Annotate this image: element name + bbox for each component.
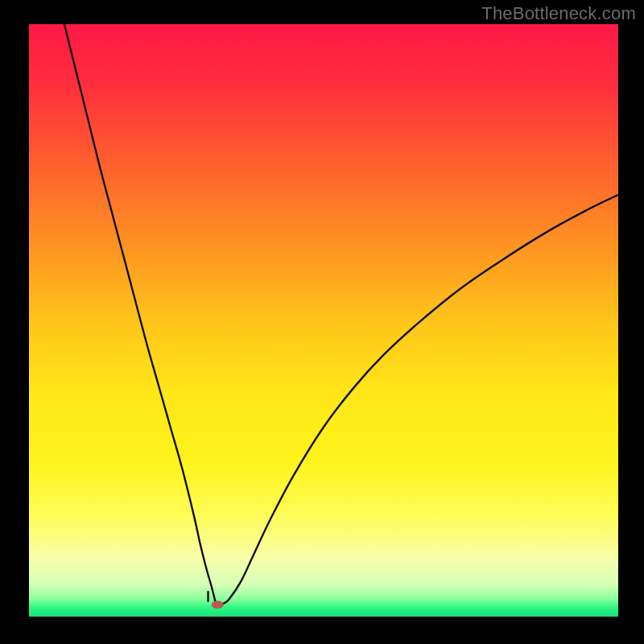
gradient-background xyxy=(29,24,618,617)
chart-frame: TheBottleneck.com xyxy=(0,0,644,644)
chart-svg xyxy=(29,24,618,617)
plot-area xyxy=(29,24,618,617)
min-marker xyxy=(212,601,224,609)
watermark-label: TheBottleneck.com xyxy=(481,3,636,24)
